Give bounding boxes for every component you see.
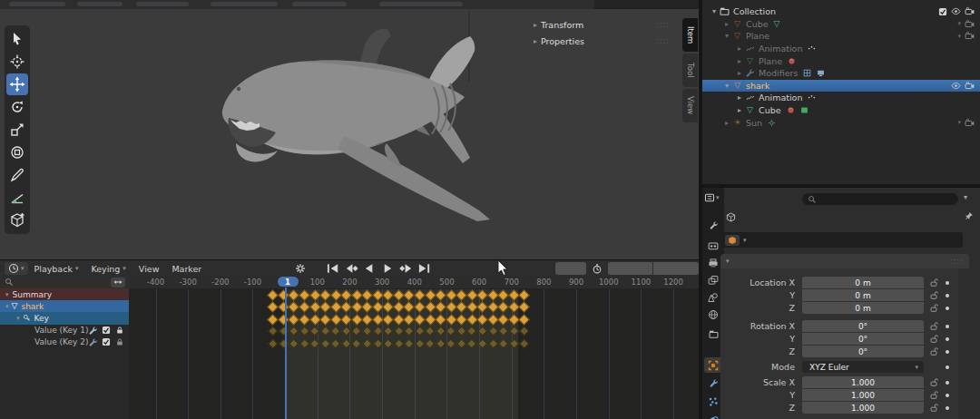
chevron-right-icon[interactable]: ▸: [735, 106, 744, 114]
keyframe-diamond[interactable]: [269, 338, 279, 348]
play-back-button[interactable]: [362, 262, 377, 275]
outliner-row-animation[interactable]: ▸Animation: [702, 92, 980, 104]
pin-id-button[interactable]: [964, 211, 974, 221]
add-cube-tool-button[interactable]: [6, 210, 28, 231]
chevron-down-icon[interactable]: ▾: [5, 291, 9, 298]
menu-playback[interactable]: Playback▾: [34, 264, 79, 274]
keyframe-diamond[interactable]: [519, 289, 531, 301]
channel-value-key-2-[interactable]: Value (Key 2): [0, 336, 129, 348]
chevron-down-icon[interactable]: ▾: [16, 315, 20, 322]
keyframe-diamond[interactable]: [519, 314, 531, 326]
transform-panel-header[interactable]: ▾ ::::: [720, 254, 969, 268]
chevron-down-icon[interactable]: ▾: [722, 32, 731, 40]
lock-transform-button[interactable]: [929, 390, 939, 400]
transform-value-field[interactable]: 0 m: [802, 302, 924, 314]
play-button[interactable]: [380, 262, 396, 275]
auto-keyframe-button[interactable]: [592, 263, 603, 274]
start-frame-field[interactable]: [608, 262, 652, 275]
move-tool-button[interactable]: [6, 73, 28, 95]
lock-transform-button[interactable]: [929, 403, 939, 413]
current-frame-field[interactable]: [555, 262, 585, 275]
animate-property-dot[interactable]: [946, 325, 949, 328]
channel-key[interactable]: ▾Key: [0, 312, 129, 324]
chevron-right-icon[interactable]: ▸: [735, 57, 744, 65]
chevron-down-icon[interactable]: ▾: [722, 82, 731, 90]
properties-tab-tool[interactable]: [704, 218, 722, 233]
outliner-row-collection[interactable]: ▾Collection: [702, 5, 980, 18]
menu-marker[interactable]: Marker: [172, 264, 201, 274]
cursor-tool-button[interactable]: [6, 51, 28, 73]
keyframe-diamond[interactable]: [268, 301, 279, 313]
transform-value-field[interactable]: 0°: [802, 320, 924, 332]
measure-tool-button[interactable]: [6, 187, 28, 209]
properties-search-input[interactable]: [802, 193, 958, 205]
animate-property-dot[interactable]: [946, 294, 949, 297]
animate-property-dot[interactable]: [946, 337, 949, 341]
transform-value-field[interactable]: 0 m: [802, 289, 924, 301]
current-frame-indicator[interactable]: 1: [278, 277, 299, 287]
chevron-down-icon[interactable]: ▾: [5, 303, 9, 310]
outliner-row-modifiers[interactable]: ▸Modifiers: [702, 67, 980, 80]
lock-transform-button[interactable]: [929, 303, 939, 313]
chevron-right-icon[interactable]: ▸: [735, 69, 744, 77]
end-frame-field[interactable]: [653, 262, 699, 275]
scale-tool-button[interactable]: [6, 119, 28, 141]
npanel-section-properties[interactable]: ▸Properties::::: [534, 36, 670, 46]
channel-shark[interactable]: ▾▽shark: [0, 300, 129, 312]
modifier-toggle[interactable]: [88, 337, 98, 347]
menu-view[interactable]: View: [139, 264, 160, 274]
keyframe-diamond[interactable]: [520, 338, 530, 348]
outliner-row-plane[interactable]: ▾▽Plane▾: [702, 30, 980, 43]
lock-transform-button[interactable]: [929, 334, 939, 344]
animate-property-dot[interactable]: [946, 365, 949, 369]
npanel-tab-item[interactable]: Item: [682, 18, 698, 52]
lock-toggle[interactable]: [115, 337, 124, 346]
keyframe-diamond[interactable]: [519, 301, 531, 313]
animate-property-dot[interactable]: [946, 350, 949, 354]
transform-value-field[interactable]: 0 m: [802, 277, 924, 288]
npanel-tab-tool[interactable]: Tool: [682, 54, 698, 87]
mute-toggle[interactable]: [102, 326, 111, 335]
jump-last-button[interactable]: [416, 262, 432, 275]
transform-value-field[interactable]: 1.000: [802, 376, 924, 388]
rotate-tool-button[interactable]: [6, 96, 28, 118]
lock-transform-button[interactable]: [929, 290, 939, 300]
annotate-tool-button[interactable]: [6, 164, 28, 186]
editor-type-button[interactable]: ▾: [5, 262, 28, 275]
shark-model[interactable]: [209, 9, 499, 236]
properties-tab-output[interactable]: [704, 255, 722, 270]
outliner-row-shark[interactable]: ▾▽shark: [702, 80, 980, 93]
properties-tab-physics[interactable]: [704, 412, 722, 419]
channel-value-key-1-[interactable]: Value (Key 1): [0, 325, 129, 336]
animate-property-dot[interactable]: [946, 281, 949, 285]
current-frame-line[interactable]: [285, 287, 287, 419]
rotation-mode-dropdown[interactable]: XYZ Euler▾: [802, 361, 924, 373]
outliner-row-sun[interactable]: ▸☀Sun▾: [702, 116, 980, 129]
chevron-down-icon[interactable]: ▾: [710, 7, 719, 15]
properties-editor-type-button[interactable]: ▾: [704, 192, 720, 203]
lock-transform-button[interactable]: [929, 278, 939, 287]
object-id-selector[interactable]: ▾: [721, 232, 963, 248]
outliner-row-cube[interactable]: ▸▽Cube: [702, 104, 980, 117]
chevron-right-icon[interactable]: ▸: [735, 44, 744, 53]
channel-summary[interactable]: ▾Summary: [0, 288, 129, 300]
keyframe-diamond[interactable]: [520, 326, 530, 336]
outliner-row-animation[interactable]: ▸Animation: [702, 43, 980, 55]
select-tool-button[interactable]: [6, 28, 28, 50]
animate-property-dot[interactable]: [946, 307, 949, 310]
chevron-right-icon[interactable]: ▸: [735, 93, 744, 102]
mute-toggle[interactable]: [102, 337, 111, 346]
keyframe-diamond[interactable]: [269, 326, 279, 336]
animate-property-dot[interactable]: [946, 406, 949, 410]
next-key-button[interactable]: [398, 262, 414, 275]
outliner-row-plane[interactable]: ▸▽Plane: [702, 54, 980, 67]
animate-property-dot[interactable]: [946, 394, 949, 397]
chevron-right-icon[interactable]: ▸: [722, 119, 731, 127]
npanel-section-transform[interactable]: ▸Transform::::: [534, 20, 670, 30]
viewport-3d[interactable]: ▸Transform::::▸Properties:::: ItemToolVi…: [0, 9, 699, 259]
transform-value-field[interactable]: 0°: [802, 346, 924, 357]
properties-tab-render[interactable]: [704, 238, 722, 253]
lock-transform-button[interactable]: [929, 346, 939, 356]
transform-value-field[interactable]: 0°: [802, 333, 924, 345]
menu-keying[interactable]: Keying▾: [91, 264, 125, 274]
